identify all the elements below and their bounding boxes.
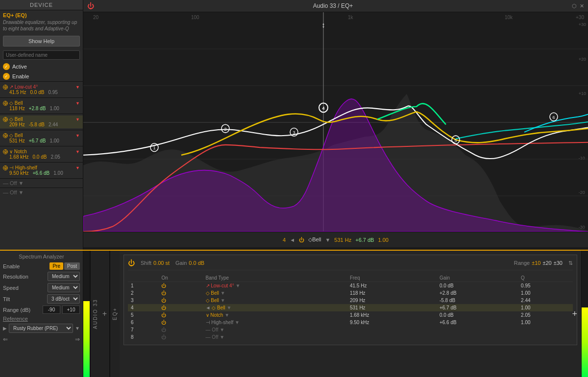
close-icon[interactable]: ✕: [580, 3, 584, 9]
post-button[interactable]: Post: [64, 262, 80, 270]
bottom-band-num[interactable]: 4: [283, 237, 286, 243]
add-band-table-button[interactable]: +: [572, 309, 577, 319]
table-row[interactable]: 2 ⏻ ◇ Bell ▼ 118 Hz +2.8 dB 1.00: [128, 289, 573, 297]
pre-button[interactable]: Pre: [49, 262, 63, 270]
band-5-power-icon[interactable]: ⏻: [3, 149, 8, 154]
row-power-7[interactable]: ⏻: [158, 326, 202, 333]
band-row-3[interactable]: ⏻ ◇ Bell ▼ 209 Hz -5.8 dB 2.44: [0, 116, 83, 128]
row-power-1[interactable]: ⏻: [158, 282, 202, 290]
col-on: On: [158, 274, 202, 282]
svg-text:1: 1: [153, 145, 155, 150]
preset-select[interactable]: Rusty Rubber (PRE): [9, 324, 73, 333]
bottom-type-arrow[interactable]: ▼: [325, 237, 330, 243]
range-options-label: Range: [514, 260, 530, 266]
band-row-2[interactable]: ⏻ ◇ Bell ▼ 118 Hz +2.8 dB 1.00: [0, 99, 83, 112]
svg-text:6: 6: [552, 115, 555, 120]
band-3-type: ◇ Bell: [9, 117, 74, 122]
band-1-power-icon[interactable]: ⏻: [3, 85, 8, 90]
expand-icon[interactable]: ⬡: [572, 3, 577, 9]
eq-power-button[interactable]: ⏻: [87, 2, 94, 10]
resolution-select[interactable]: Medium Low High: [48, 272, 80, 281]
bottom-power-icon[interactable]: ⏻: [299, 237, 304, 243]
row-power-2[interactable]: ⏻: [158, 289, 202, 297]
range-plus-input[interactable]: [62, 306, 80, 314]
row-freq-1: 41.5 Hz: [347, 282, 437, 290]
speed-select[interactable]: Medium Slow Fast: [48, 283, 80, 292]
table-row[interactable]: 6 ⏻ ⊣ High-shelf ▼ 9.50 kHz +6.6 dB 1.00: [128, 319, 573, 326]
band-5-freq: 1.68 kHz: [9, 154, 28, 160]
range-option-30[interactable]: ±30: [554, 260, 563, 266]
active-toggle[interactable]: ✓: [3, 63, 10, 70]
sort-icon[interactable]: ⇅: [568, 260, 573, 266]
vu-meter-right: [581, 251, 588, 377]
band-row-1[interactable]: ⏻ ↗ Low-cut 4° ▼ 41.5 Hz 0.0 dB 0.95: [0, 83, 83, 96]
band-row-4[interactable]: ⏻ ◇ Bell ▼ 531 Hz +6.7 dB 1.00: [0, 132, 83, 144]
row-power-8[interactable]: ⏻: [158, 333, 202, 341]
row-num-7: 7: [128, 326, 158, 333]
col-q: Q: [518, 274, 573, 282]
show-help-button[interactable]: Show Help: [3, 36, 80, 47]
spectrum-enable-row: Enable Pre Post: [3, 262, 80, 270]
band-5-arrow[interactable]: ▼: [75, 149, 80, 154]
table-row[interactable]: 1 ⏻ ↗ Low-cut 4° ▼ 41.5 Hz 0.0 dB 0.95: [128, 282, 573, 290]
range-min-input[interactable]: [43, 306, 60, 314]
add-band-button[interactable]: +: [102, 309, 107, 318]
vu-bar-right: [582, 307, 588, 377]
nav-right-button[interactable]: ⇒: [75, 336, 80, 343]
band-2-arrow[interactable]: ▼: [75, 101, 80, 106]
row-power-6[interactable]: ⏻: [158, 319, 202, 326]
enable-toggle[interactable]: ✓: [3, 73, 10, 80]
enable-toggle-row[interactable]: ✓ Enable: [0, 71, 83, 81]
bottom-gain-value: +6.7 dB: [355, 237, 374, 243]
bottom-band-type[interactable]: ◇Bell: [308, 236, 321, 243]
band-4-arrow[interactable]: ▼: [75, 133, 80, 138]
table-row[interactable]: 8 ⏻ — Off ▼: [128, 333, 573, 341]
range-option-10[interactable]: ±10: [532, 260, 540, 266]
reference-link[interactable]: Reference: [3, 316, 80, 322]
row-power-4[interactable]: ⏻: [158, 304, 202, 311]
band-3-arrow[interactable]: ▼: [75, 117, 80, 122]
user-defined-name-input[interactable]: [3, 50, 80, 60]
range-option-20[interactable]: ±20: [542, 260, 551, 266]
band-4-freq: 531 Hz: [9, 138, 25, 143]
table-row[interactable]: 4 ⏻ ◄ ◇ Bell ▼ 531 Hz +6.7 dB 1.00: [128, 304, 573, 311]
band-3-power-icon[interactable]: ⏻: [3, 117, 8, 122]
row-q-2: 1.00: [518, 289, 573, 297]
tilt-select[interactable]: 3 dB/oct 0 dB/oct 6 dB/oct: [47, 294, 80, 304]
preset-right-arrow[interactable]: ▼: [75, 326, 80, 331]
band-6-arrow[interactable]: ▼: [75, 165, 80, 170]
table-row[interactable]: 3 ⏻ ◇ Bell ▼ 209 Hz -5.8 dB 2.44: [128, 297, 573, 304]
band-2-power-icon[interactable]: ⏻: [3, 101, 8, 106]
band-row-6[interactable]: ⏻ ⊣ High-shelf ▼ 9.50 kHz +6.6 dB 1.00: [0, 164, 83, 177]
band-4-q: 1.00: [49, 138, 59, 143]
svg-text:4: 4: [322, 106, 325, 111]
device-sidebar: DEVICE EQ+ (EQ) Drawable equalizer, supp…: [0, 0, 83, 250]
band-6-power-icon[interactable]: ⏻: [3, 165, 8, 170]
band-1-arrow[interactable]: ▼: [75, 85, 80, 90]
row-freq-8: [347, 333, 437, 341]
eq-canvas[interactable]: 20 100 1k 10k +30 +30 +20 +10 -10 -20 -3…: [83, 12, 588, 232]
table-row[interactable]: 7 ⏻ — Off ▼: [128, 326, 573, 333]
row-freq-5: 1.68 kHz: [347, 311, 437, 319]
preset-left-arrow[interactable]: ▶: [3, 326, 7, 331]
eq-panel-power-icon[interactable]: ⏻: [128, 259, 135, 267]
row-type-4: ◄ ◇ Bell ▼: [203, 304, 347, 311]
band-3-freq: 209 Hz: [9, 122, 25, 127]
row-q-7: [518, 326, 573, 333]
nav-left-button[interactable]: ⇐: [3, 336, 8, 343]
table-row[interactable]: 5 ⏻ ∨ Notch ▼ 1.68 kHz 0.0 dB 2.05: [128, 311, 573, 319]
band-4-power-icon[interactable]: ⏻: [3, 133, 8, 138]
resolution-label: Resolution: [3, 274, 28, 280]
active-label: Active: [12, 64, 27, 70]
bottom-arrow-left[interactable]: ◄: [290, 237, 295, 243]
active-toggle-row[interactable]: ✓ Active: [0, 62, 83, 71]
row-freq-4: 531 Hz: [347, 304, 437, 311]
eq-panel-header: ⏻ Shift 0.00 st Gain 0.0 dB Range ±10 ±2…: [128, 259, 573, 270]
band-7-off[interactable]: — Off ▼: [0, 178, 83, 188]
row-num-5: 5: [128, 311, 158, 319]
row-power-5[interactable]: ⏻: [158, 311, 202, 319]
row-power-3[interactable]: ⏻: [158, 297, 202, 304]
band-row-5[interactable]: ⏻ ∨ Notch ▼ 1.68 kHz 0.0 dB 2.05: [0, 148, 83, 161]
band-8-off[interactable]: — Off ▼: [0, 188, 83, 197]
row-gain-3: -5.8 dB: [437, 297, 518, 304]
